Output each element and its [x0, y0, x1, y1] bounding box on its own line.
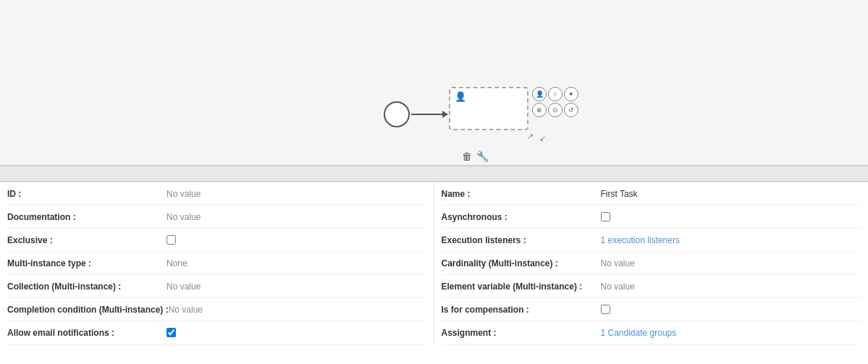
prop-value: No value	[167, 212, 201, 222]
settings-icon[interactable]: ✦	[564, 87, 578, 101]
task-action-row-bottom: ⊕ ⊙ ↺	[532, 103, 578, 117]
prop-checkbox[interactable]	[167, 328, 176, 337]
prop-label: Completion condition (Multi-instance) :	[7, 305, 169, 315]
start-event[interactable]	[384, 101, 410, 127]
bpmn-canvas[interactable]: 👤 👤 ○ ✦ ⊕ ⊙ ↺ ↗ ↙ 🗑 🔧	[0, 0, 868, 166]
prop-value: First Task	[601, 189, 638, 199]
prop-row: Name :First Task	[442, 182, 861, 206]
boundary-event-icon[interactable]: ⊕	[532, 103, 547, 117]
prop-label: Multi-instance type :	[7, 258, 167, 268]
timer-icon[interactable]: ⊙	[548, 103, 562, 117]
prop-label: Collection (Multi-instance) :	[7, 282, 167, 292]
prop-label: Is for compensation :	[442, 305, 601, 315]
prop-label: Assignment :	[442, 328, 601, 338]
prop-row: Is for compensation :	[442, 298, 861, 321]
prop-row: Multi-instance type :None	[7, 252, 426, 275]
prop-row: Cardinality (Multi-instance) :No value	[442, 252, 861, 275]
resize-handle-bl[interactable]: ↙	[539, 134, 546, 143]
task-action-row-top: 👤 ○ ✦	[532, 87, 578, 101]
prop-label: Name :	[442, 189, 601, 199]
prop-label: Documentation :	[7, 212, 167, 222]
task-bottom-toolbar: 🗑 🔧	[462, 151, 489, 162]
sequence-flow	[411, 114, 447, 115]
prop-row: Collection (Multi-instance) :No value	[7, 275, 426, 298]
resize-handle-br[interactable]: ↗	[527, 132, 534, 141]
prop-label: Element variable (Multi-instance) :	[442, 282, 601, 292]
task-action-icons: 👤 ○ ✦ ⊕ ⊙ ↺	[532, 87, 578, 117]
prop-row: Execution listeners :1 execution listene…	[442, 229, 861, 252]
prop-checkbox[interactable]	[601, 212, 610, 221]
properties-panel: ID :No valueDocumentation :No valueExclu…	[0, 166, 868, 344]
prop-checkbox[interactable]	[601, 305, 610, 314]
panel-header	[0, 166, 868, 182]
prop-value: No value	[167, 282, 201, 292]
prop-value: No value	[601, 258, 635, 268]
prop-row: Asynchronous :	[442, 206, 861, 229]
prop-value: No value	[601, 282, 635, 292]
wrench-icon[interactable]: 🔧	[476, 151, 489, 162]
prop-checkbox[interactable]	[167, 235, 176, 245]
user-task[interactable]: 👤	[449, 87, 528, 130]
error-icon[interactable]: ↺	[564, 103, 578, 117]
prop-label: ID :	[7, 189, 167, 199]
prop-value: No value	[169, 305, 203, 315]
loop-icon[interactable]: ○	[548, 87, 562, 101]
properties-grid: ID :No valueDocumentation :No valueExclu…	[0, 182, 868, 344]
prop-label: Exclusive :	[7, 235, 167, 245]
prop-value: 1 Candidate groups	[601, 328, 677, 338]
prop-label: Cardinality (Multi-instance) :	[442, 258, 601, 268]
prop-label: Allow email notifications :	[7, 328, 167, 338]
prop-label: Asynchronous :	[442, 212, 601, 222]
prop-row: Exclusive :	[7, 229, 426, 252]
delete-icon[interactable]: 🗑	[462, 151, 472, 162]
prop-row: Allow email notifications :	[7, 321, 426, 344]
prop-row: Documentation :No value	[7, 206, 426, 229]
right-column: Name :First TaskAsynchronous :Execution …	[434, 182, 869, 344]
prop-value: 1 execution listeners	[601, 235, 680, 245]
prop-row: Element variable (Multi-instance) :No va…	[442, 275, 861, 298]
prop-label: Execution listeners :	[442, 235, 601, 245]
prop-row: Assignment :1 Candidate groups	[442, 321, 861, 344]
prop-row: Completion condition (Multi-instance) :N…	[7, 298, 426, 321]
task-user-icon: 👤	[455, 91, 466, 102]
prop-value: No value	[167, 189, 201, 199]
prop-value: None	[167, 258, 187, 268]
assign-user-icon[interactable]: 👤	[532, 87, 547, 101]
prop-row: ID :No value	[7, 182, 426, 206]
left-column: ID :No valueDocumentation :No valueExclu…	[0, 182, 434, 344]
